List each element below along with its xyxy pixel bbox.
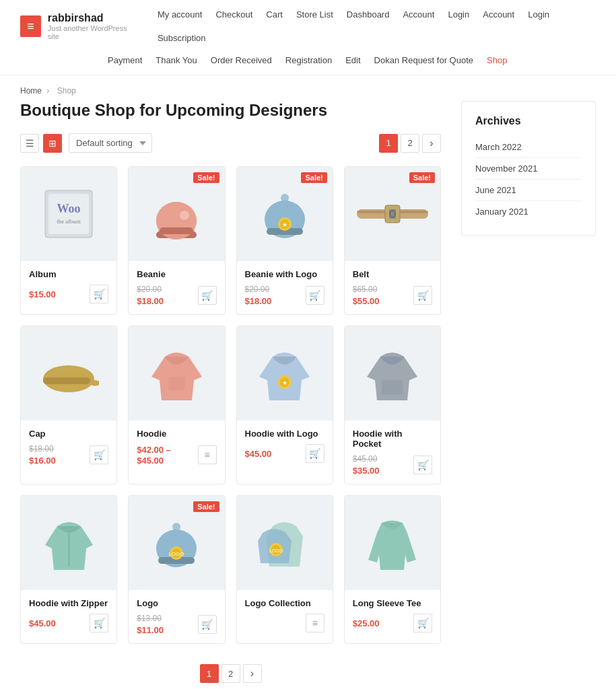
product-name: Beanie with Logo bbox=[245, 269, 324, 279]
product-image[interactable]: Sale! bbox=[129, 167, 224, 261]
archives-widget: Archives March 2022November 2021June 202… bbox=[461, 101, 596, 236]
price-row: $15.00 🛒 bbox=[29, 285, 108, 303]
product-image[interactable] bbox=[345, 496, 440, 590]
price-original: $18.00 bbox=[29, 444, 56, 454]
archive-links: March 2022November 2021June 2021January … bbox=[475, 137, 582, 222]
primary-nav: My accountCheckoutCartStore ListDashboar… bbox=[158, 9, 596, 43]
product-grid: Woothe album Album $15.00 🛒 Sale! Beanie… bbox=[20, 166, 441, 644]
secondary-nav-edit[interactable]: Edit bbox=[345, 55, 360, 65]
product-image[interactable]: Sale! LOGO bbox=[129, 496, 224, 590]
product-info: Long Sleeve Tee $25.00 🛒 bbox=[345, 590, 440, 641]
list-view-button[interactable]: ☰ bbox=[20, 134, 39, 153]
secondary-nav-dokan-request-for-quote[interactable]: Dokan Request for Quote bbox=[374, 55, 473, 65]
price-current: $25.00 bbox=[353, 618, 380, 628]
primary-nav-account[interactable]: Account bbox=[403, 9, 434, 20]
price-current: $11.00 bbox=[137, 625, 164, 635]
price-original: $65.00 bbox=[353, 285, 380, 294]
archive-link-november-2021[interactable]: November 2021 bbox=[475, 158, 582, 180]
product-image[interactable]: Sale! bbox=[345, 167, 440, 261]
svg-rect-8 bbox=[160, 227, 193, 234]
primary-nav-store-list[interactable]: Store List bbox=[296, 9, 333, 20]
sort-select[interactable]: Default sorting bbox=[69, 133, 152, 153]
add-to-cart-button[interactable]: 🛒 bbox=[413, 286, 432, 305]
add-to-cart-button[interactable]: 🛒 bbox=[413, 614, 432, 632]
svg-rect-24 bbox=[168, 377, 185, 390]
grid-view-button[interactable]: ⊞ bbox=[43, 134, 62, 153]
add-to-cart-button[interactable]: 🛒 bbox=[198, 615, 217, 634]
price-block: $15.00 bbox=[29, 289, 56, 299]
primary-nav-cart[interactable]: Cart bbox=[266, 9, 283, 20]
archive-link-june-2021[interactable]: June 2021 bbox=[475, 180, 582, 201]
page-next-button[interactable]: › bbox=[422, 134, 441, 153]
add-to-cart-button[interactable]: 🛒 bbox=[306, 286, 324, 305]
archives-title: Archives bbox=[475, 115, 582, 127]
sale-badge: Sale! bbox=[301, 172, 327, 183]
add-to-cart-button[interactable]: 🛒 bbox=[90, 614, 108, 632]
shop-toolbar: ☰ ⊞ Default sorting 1 2 › bbox=[20, 133, 441, 153]
product-image[interactable] bbox=[129, 326, 224, 421]
price-original: $45.00 bbox=[353, 454, 380, 464]
archive-link-march-2022[interactable]: March 2022 bbox=[475, 137, 582, 158]
pagination-top: 1 2 › bbox=[379, 134, 441, 153]
price-row: $42.00 – $45.00 ≡ bbox=[137, 444, 216, 466]
secondary-nav-payment[interactable]: Payment bbox=[108, 55, 142, 65]
product-name: Hoodie bbox=[137, 429, 216, 439]
breadcrumb: Home › Shop bbox=[0, 75, 616, 101]
add-to-cart-button[interactable]: 🛒 bbox=[306, 444, 324, 463]
product-card-logo: Sale! LOGO Logo $13.00 $11.00 🛒 bbox=[128, 495, 225, 644]
product-image[interactable]: Sale! ★ bbox=[237, 167, 333, 261]
product-card-album: Woothe album Album $15.00 🛒 bbox=[20, 166, 117, 315]
product-image[interactable] bbox=[21, 326, 116, 421]
primary-nav-subscription[interactable]: Subscription bbox=[158, 33, 206, 43]
primary-nav-account[interactable]: Account bbox=[483, 9, 514, 20]
product-name: Belt bbox=[353, 269, 432, 279]
page-1-button[interactable]: 1 bbox=[379, 134, 398, 153]
product-image[interactable] bbox=[345, 326, 440, 421]
product-image[interactable]: Woothe album bbox=[21, 167, 116, 261]
pagination-bottom: 1 2 › bbox=[20, 664, 441, 683]
add-to-cart-button[interactable]: 🛒 bbox=[413, 456, 432, 474]
add-to-cart-button[interactable]: 🛒 bbox=[90, 445, 108, 464]
svg-text:LOGO: LOGO bbox=[169, 551, 184, 557]
product-info: Logo Collection ≡ bbox=[237, 590, 333, 641]
product-name: Logo bbox=[137, 598, 216, 608]
product-info: Beanie with Logo $20.00 $18.00 🛒 bbox=[237, 261, 333, 314]
price-row: $25.00 🛒 bbox=[353, 614, 432, 632]
secondary-nav-shop[interactable]: Shop bbox=[487, 55, 507, 65]
secondary-nav-order-received[interactable]: Order Received bbox=[211, 55, 272, 65]
product-image[interactable]: ★ bbox=[237, 326, 333, 421]
primary-nav-login[interactable]: Login bbox=[528, 9, 549, 20]
page-bottom-2[interactable]: 2 bbox=[221, 664, 240, 683]
breadcrumb-current: Shop bbox=[57, 86, 76, 96]
primary-nav-my-account[interactable]: My account bbox=[158, 9, 202, 20]
page-2-button[interactable]: 2 bbox=[401, 134, 419, 153]
secondary-nav-registration[interactable]: Registration bbox=[285, 55, 332, 65]
add-to-cart-button[interactable]: 🛒 bbox=[198, 286, 217, 305]
price-current: $15.00 bbox=[29, 289, 56, 299]
primary-nav-checkout[interactable]: Checkout bbox=[215, 9, 252, 20]
select-options-button[interactable]: ≡ bbox=[198, 445, 217, 464]
add-to-cart-button[interactable]: 🛒 bbox=[90, 285, 108, 303]
price-block: $65.00 $55.00 bbox=[353, 285, 380, 306]
sale-badge: Sale! bbox=[193, 501, 219, 512]
primary-nav-dashboard[interactable]: Dashboard bbox=[347, 9, 390, 20]
primary-nav-login[interactable]: Login bbox=[448, 9, 469, 20]
page-bottom-1[interactable]: 1 bbox=[200, 664, 219, 683]
product-card-belt: Sale! Belt $65.00 $55.00 🛒 bbox=[344, 166, 441, 315]
price-original: $20.00 bbox=[137, 285, 164, 294]
secondary-nav-thank-you[interactable]: Thank You bbox=[156, 55, 197, 65]
price-current: $45.00 bbox=[245, 449, 272, 459]
price-current: $18.00 bbox=[245, 296, 272, 306]
svg-text:the album: the album bbox=[57, 218, 81, 225]
product-name: Cap bbox=[29, 429, 108, 439]
price-block: $45.00 bbox=[245, 448, 272, 459]
product-image[interactable] bbox=[21, 496, 116, 590]
price-block: $42.00 – $45.00 bbox=[137, 444, 197, 466]
price-current: $16.00 bbox=[29, 456, 56, 466]
breadcrumb-home[interactable]: Home bbox=[20, 86, 42, 96]
select-options-button[interactable]: ≡ bbox=[306, 614, 324, 632]
price-current: $45.00 bbox=[29, 618, 56, 628]
page-bottom-next[interactable]: › bbox=[243, 664, 262, 683]
product-image[interactable]: LOGO bbox=[237, 496, 333, 590]
archive-link-january-2021[interactable]: January 2021 bbox=[475, 201, 582, 222]
